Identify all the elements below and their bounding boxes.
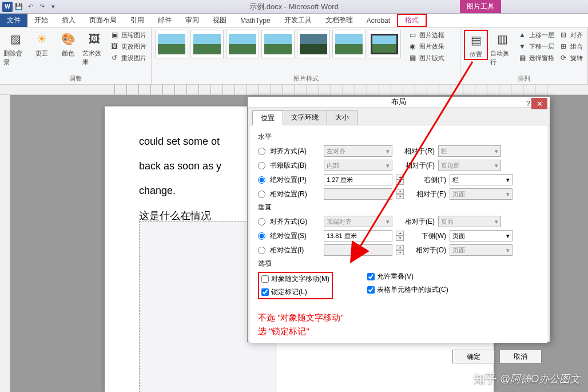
- group-button[interactable]: ⊞组合: [558, 41, 584, 52]
- dialog-body: 水平 对齐方式(A)左对齐▾相对于(R)栏▾ 书籍版式(B)内部▾相对于(F)页…: [250, 125, 547, 343]
- window-title: 示例.docx - Microsoft Word: [249, 2, 339, 12]
- position-icon: ▤: [467, 31, 485, 49]
- h-abs-rel-combo[interactable]: 栏▾: [450, 174, 512, 185]
- border-button[interactable]: ▭图片边框: [407, 30, 446, 40]
- context-tab-picture-tools: 图片工具: [460, 0, 501, 13]
- v-abs-rel-combo[interactable]: 页面▾: [450, 230, 512, 241]
- cancel-button[interactable]: 取消: [499, 350, 542, 363]
- effects-icon: ◉: [408, 42, 417, 51]
- tab-mailings[interactable]: 邮件: [151, 14, 178, 27]
- h-rel-input[interactable]: [324, 188, 392, 200]
- group-label-adjust: 调整: [3, 73, 148, 83]
- pane-button[interactable]: ▦选择窗格: [517, 53, 555, 63]
- style-item[interactable]: [155, 30, 188, 58]
- h-align-combo[interactable]: 左对齐▾: [324, 145, 392, 157]
- tab-layout[interactable]: 页面布局: [82, 14, 124, 27]
- tab-file[interactable]: 文件: [0, 14, 27, 27]
- change-button[interactable]: 🖼更改图片: [109, 41, 148, 52]
- dlg-tab-wrap[interactable]: 文字环绕: [283, 110, 327, 125]
- layout-icon: ▦: [408, 53, 417, 62]
- layout-button[interactable]: ▦图片版式: [407, 53, 446, 63]
- watermark: 知乎 @阿德O办公图文: [474, 371, 580, 386]
- tab-docorg[interactable]: 文档整理: [319, 14, 360, 27]
- h-align-radio[interactable]: [258, 148, 265, 155]
- h-rel-rel-combo[interactable]: 页面▾: [450, 188, 512, 200]
- style-item[interactable]: [368, 30, 401, 58]
- h-book-combo[interactable]: 内部▾: [324, 160, 392, 171]
- reset-button[interactable]: ↺重设图片: [109, 53, 148, 63]
- quick-access-toolbar: W 💾 ↶ ↷ ▾: [0, 2, 61, 12]
- align-icon: ⊟: [559, 30, 568, 39]
- position-button[interactable]: ▤位置: [464, 30, 488, 60]
- app-icon: W: [2, 2, 13, 12]
- forward-button[interactable]: ▲上移一层: [517, 30, 555, 40]
- group-label-styles: 图片样式: [155, 73, 456, 83]
- border-icon: ▭: [408, 30, 417, 39]
- effects-button[interactable]: ◉图片效果: [407, 41, 446, 52]
- undo-icon[interactable]: ↶: [25, 2, 35, 12]
- qat-more-icon[interactable]: ▾: [48, 2, 58, 12]
- allow-overlap-checkbox[interactable]: 允许重叠(V): [367, 272, 448, 282]
- brightness-icon: ☀: [33, 30, 51, 48]
- highlighted-options: 对象随文字移动(M) 锁定标记(L): [258, 272, 333, 299]
- color-button[interactable]: 🎨颜色: [56, 30, 80, 58]
- tab-developer[interactable]: 开发工具: [277, 14, 319, 27]
- ruler-horizontal[interactable]: [0, 85, 588, 95]
- wrap-button[interactable]: ▥自动换行: [490, 30, 514, 66]
- h-abs-input[interactable]: 1.27 厘米: [324, 174, 392, 185]
- h-book-rel-combo[interactable]: 页边距▾: [438, 160, 501, 171]
- style-item[interactable]: [297, 30, 330, 58]
- ruler-vertical[interactable]: [0, 95, 10, 392]
- style-item[interactable]: [332, 30, 365, 58]
- tab-mathtype[interactable]: MathType: [233, 14, 277, 27]
- artistic-icon: 🖼: [85, 30, 104, 48]
- lock-anchor-checkbox[interactable]: 锁定标记(L): [261, 287, 329, 297]
- compress-button[interactable]: ▣压缩图片: [109, 30, 148, 40]
- style-item[interactable]: [190, 30, 224, 58]
- v-align-combo[interactable]: 顶端对齐▾: [324, 216, 392, 227]
- ribbon-tabs: 文件 开始 插入 页面布局 引用 邮件 审阅 视图 MathType 开发工具 …: [0, 14, 588, 27]
- tab-references[interactable]: 引用: [124, 14, 151, 27]
- table-layout-checkbox[interactable]: 表格单元格中的版式(C): [367, 285, 448, 295]
- v-align-radio[interactable]: [258, 218, 265, 225]
- section-horizontal: 水平: [258, 132, 539, 142]
- h-align-rel-combo[interactable]: 栏▾: [438, 145, 501, 157]
- backward-button[interactable]: ▼下移一层: [517, 41, 555, 52]
- ok-button[interactable]: 确定: [452, 350, 495, 363]
- tab-view[interactable]: 视图: [206, 14, 233, 27]
- v-abs-input[interactable]: 13.81 厘米: [324, 230, 392, 241]
- help-icon[interactable]: ?: [526, 99, 530, 108]
- style-item[interactable]: [226, 30, 259, 58]
- h-abs-radio[interactable]: [258, 176, 265, 184]
- align-button[interactable]: ⊟对齐: [558, 30, 584, 40]
- dlg-tab-size[interactable]: 大小: [327, 110, 357, 125]
- tab-review[interactable]: 审阅: [178, 14, 206, 27]
- tab-home[interactable]: 开始: [27, 14, 55, 27]
- remove-bg-button[interactable]: ▨删除背景: [3, 30, 27, 66]
- move-with-text-checkbox[interactable]: 对象随文字移动(M): [261, 274, 329, 284]
- dlg-tab-position[interactable]: 位置: [252, 110, 283, 125]
- compress-icon: ▣: [110, 30, 119, 39]
- style-item[interactable]: [261, 30, 295, 58]
- v-rel-rel-combo[interactable]: 页面▾: [450, 244, 512, 256]
- close-icon[interactable]: ✕: [531, 98, 547, 109]
- v-rel-input[interactable]: [324, 244, 392, 256]
- artistic-button[interactable]: 🖼艺术效果: [82, 30, 106, 66]
- dialog-tabs: 位置 文字环绕 大小: [248, 108, 550, 125]
- section-options: 选项: [258, 259, 539, 268]
- save-icon[interactable]: 💾: [14, 2, 24, 12]
- tab-acrobat[interactable]: Acrobat: [360, 14, 397, 27]
- tab-insert[interactable]: 插入: [55, 14, 82, 27]
- v-abs-radio[interactable]: [258, 232, 265, 240]
- tab-format[interactable]: 格式: [397, 14, 427, 27]
- v-align-rel-combo[interactable]: 页面▾: [438, 216, 501, 227]
- v-rel-radio[interactable]: [258, 247, 265, 254]
- h-book-radio[interactable]: [258, 162, 265, 169]
- corrections-button[interactable]: ☀更正: [30, 30, 54, 58]
- group-styles: ▭图片边框 ◉图片效果 ▦图片版式 图片样式: [152, 27, 460, 84]
- redo-icon[interactable]: ↷: [37, 2, 47, 12]
- h-rel-radio[interactable]: [258, 191, 265, 198]
- section-vertical: 垂直: [258, 203, 539, 212]
- rotate-button[interactable]: ⟳旋转: [558, 53, 584, 63]
- style-gallery[interactable]: [155, 30, 401, 58]
